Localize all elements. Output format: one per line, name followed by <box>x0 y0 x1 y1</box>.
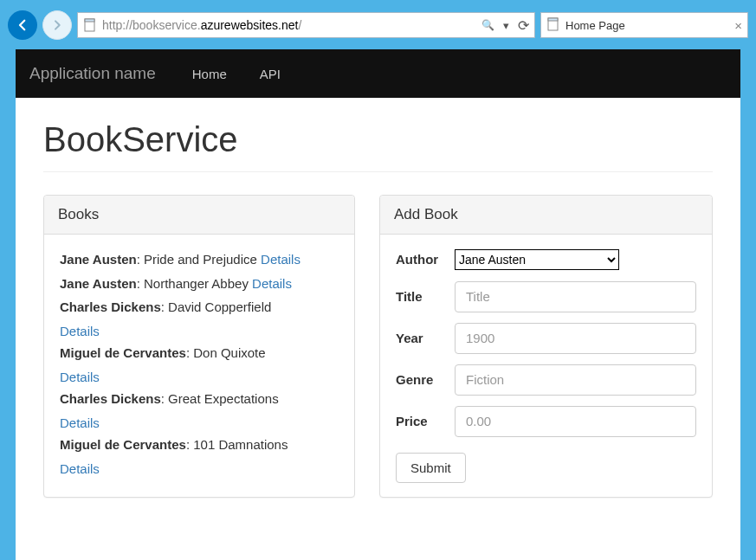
price-input[interactable] <box>455 406 696 437</box>
forward-button[interactable] <box>42 10 72 40</box>
book-author: Charles Dickens <box>60 299 161 314</box>
tab-title: Home Page <box>565 19 625 32</box>
books-panel: Books Jane Austen: Pride and Prejudice D… <box>43 195 355 498</box>
add-book-panel-heading: Add Book <box>380 196 712 235</box>
book-author: Jane Austen <box>60 252 137 267</box>
year-label: Year <box>396 327 446 350</box>
title-input[interactable] <box>455 281 696 312</box>
book-title: : Pride and Prejudice <box>137 252 261 267</box>
divider <box>43 171 713 172</box>
books-panel-heading: Books <box>44 196 354 235</box>
page-title: BookService <box>43 120 713 159</box>
author-label: Author <box>396 248 446 271</box>
address-bar[interactable]: http://bookservice.azurewebsites.net/ 🔍 … <box>77 12 535 38</box>
details-link[interactable]: Details <box>60 412 339 434</box>
genre-label: Genre <box>396 369 446 391</box>
book-title: : David Copperfield <box>161 299 272 314</box>
book-item: Jane Austen: Pride and Prejudice Details <box>60 248 339 271</box>
details-link[interactable]: Details <box>60 320 339 343</box>
site-navbar: Application name Home API <box>16 49 740 98</box>
book-title: : Don Quixote <box>186 345 266 360</box>
nav-link-api[interactable]: API <box>251 67 289 81</box>
year-input[interactable] <box>455 323 696 354</box>
svg-rect-3 <box>548 18 558 21</box>
tab-close-button[interactable]: × <box>734 18 742 33</box>
title-label: Title <box>396 286 446 308</box>
book-title: : 101 Damnations <box>186 437 288 452</box>
browser-chrome: http://bookservice.azurewebsites.net/ 🔍 … <box>0 0 756 560</box>
price-label: Price <box>396 410 446 433</box>
book-author: Jane Austen <box>60 276 137 291</box>
page-viewport: Application name Home API BookService Bo… <box>16 49 740 560</box>
search-icon[interactable]: 🔍 <box>481 19 494 31</box>
url-text: http://bookservice.azurewebsites.net/ <box>102 18 476 32</box>
book-item: Miguel de Cervantes: 101 Damnations <box>60 434 339 456</box>
navbar-brand[interactable]: Application name <box>29 64 156 83</box>
details-link[interactable]: Details <box>261 252 300 267</box>
submit-button[interactable]: Submit <box>396 453 466 483</box>
add-book-panel: Add Book Author Jane Austen Title <box>379 195 713 498</box>
page-icon <box>83 18 97 32</box>
book-author: Miguel de Cervantes <box>60 437 186 452</box>
browser-toolbar: http://bookservice.azurewebsites.net/ 🔍 … <box>8 8 748 42</box>
nav-link-home[interactable]: Home <box>184 67 236 81</box>
details-link[interactable]: Details <box>252 276 292 291</box>
page-icon <box>546 17 560 34</box>
book-author: Miguel de Cervantes <box>60 345 186 360</box>
dropdown-icon[interactable]: ▾ <box>503 19 509 32</box>
details-link[interactable]: Details <box>60 366 339 389</box>
book-item: Jane Austen: Northanger Abbey Details <box>60 273 339 295</box>
book-item: Miguel de Cervantes: Don Quixote <box>60 342 339 364</box>
refresh-icon[interactable]: ⟳ <box>518 17 529 34</box>
back-button[interactable] <box>8 10 37 40</box>
book-item: Charles Dickens: David Copperfield <box>60 296 339 319</box>
details-link[interactable]: Details <box>60 458 339 480</box>
genre-input[interactable] <box>455 364 696 396</box>
author-select[interactable]: Jane Austen <box>455 249 619 270</box>
book-item: Charles Dickens: Great Expectations <box>60 388 339 410</box>
svg-rect-1 <box>85 19 94 22</box>
book-title: : Great Expectations <box>161 391 279 406</box>
book-author: Charles Dickens <box>60 391 161 406</box>
book-title: : Northanger Abbey <box>137 276 252 291</box>
browser-tab[interactable]: Home Page × <box>540 12 748 38</box>
